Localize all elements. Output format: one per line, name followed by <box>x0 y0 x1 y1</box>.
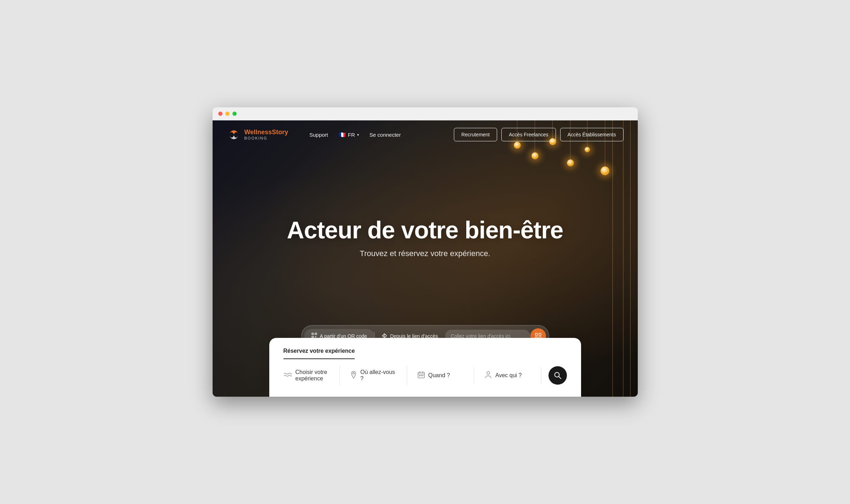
navbar: WellnessStory Booking Support 🇫🇷 FR ▾ Se… <box>213 120 638 149</box>
nav-support[interactable]: Support <box>309 132 328 138</box>
browser-dot-yellow[interactable] <box>225 112 230 116</box>
logo-sub: Booking <box>244 136 288 140</box>
recruitment-button[interactable]: Recrutement <box>454 128 497 141</box>
date-option-label: Quand ? <box>428 372 450 379</box>
language-label: FR <box>348 132 355 138</box>
calendar-icon <box>418 371 425 380</box>
search-icon <box>554 372 562 379</box>
language-selector[interactable]: 🇫🇷 FR ▾ <box>339 131 359 138</box>
flag-icon: 🇫🇷 <box>339 131 346 138</box>
svg-rect-18 <box>422 375 423 376</box>
logo-main: WellnessStory <box>244 129 288 136</box>
svg-point-14 <box>353 372 355 374</box>
booking-card-title: Réservez votre expérience <box>283 348 355 359</box>
booking-option-date[interactable]: Quand ? <box>407 368 474 384</box>
browser-dot-green[interactable] <box>232 112 237 116</box>
browser-dot-red[interactable] <box>218 112 223 116</box>
chevron-down-icon: ▾ <box>357 133 359 137</box>
freelance-access-button[interactable]: Accès Freelances <box>501 128 556 141</box>
svg-rect-10 <box>535 333 537 335</box>
svg-rect-3 <box>312 334 313 334</box>
booking-search-button[interactable] <box>548 366 567 385</box>
booking-option-guests[interactable]: Avec qui ? <box>474 367 541 384</box>
browser-chrome <box>213 107 638 120</box>
logo-text: WellnessStory Booking <box>244 129 288 140</box>
svg-rect-9 <box>316 337 316 338</box>
hero-content: Acteur de votre bien-être Trouvez et rés… <box>213 217 638 258</box>
svg-rect-4 <box>315 334 316 334</box>
waves-icon <box>283 372 292 380</box>
svg-rect-6 <box>315 336 316 337</box>
hero-title: Acteur de votre bien-être <box>213 217 638 243</box>
svg-rect-11 <box>539 333 541 335</box>
decorative-lines <box>574 120 638 397</box>
booking-options: Choisir votre expérience Où allez-vous ? <box>283 366 567 385</box>
location-option-label: Où allez-vous ? <box>360 369 396 382</box>
nav-links: Support 🇫🇷 FR ▾ Se connecter <box>309 131 401 138</box>
hero-subtitle: Trouvez et réservez votre expérience. <box>213 249 638 258</box>
person-icon <box>485 371 492 380</box>
booking-card: Réservez votre expérience Choisir votre … <box>269 338 581 397</box>
browser-window: WellnessStory Booking Support 🇫🇷 FR ▾ Se… <box>213 107 638 397</box>
experience-option-label: Choisir votre expérience <box>295 369 329 382</box>
establishments-access-button[interactable]: Accès Établissements <box>560 128 624 141</box>
svg-rect-5 <box>312 337 313 338</box>
svg-rect-8 <box>315 337 316 338</box>
svg-rect-7 <box>316 336 316 337</box>
guests-option-label: Avec qui ? <box>495 372 522 379</box>
nav-buttons: Recrutement Accès Freelances Accès Établ… <box>454 128 623 141</box>
logo-icon <box>227 128 241 142</box>
svg-rect-16 <box>419 375 420 376</box>
hero-section: WellnessStory Booking Support 🇫🇷 FR ▾ Se… <box>213 120 638 397</box>
logo-area: WellnessStory Booking <box>227 128 288 142</box>
nav-login[interactable]: Se connecter <box>370 132 401 138</box>
booking-option-location[interactable]: Où allez-vous ? <box>340 366 407 385</box>
svg-point-19 <box>487 372 490 374</box>
svg-rect-17 <box>421 375 422 376</box>
booking-option-experience[interactable]: Choisir votre expérience <box>283 366 340 385</box>
location-pin-icon <box>350 371 357 380</box>
